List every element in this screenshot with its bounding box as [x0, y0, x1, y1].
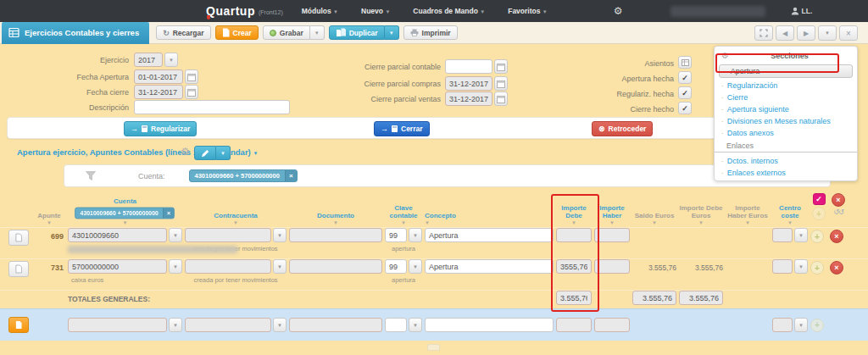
apertura-hecha-checkbox[interactable]: ✓	[678, 71, 692, 84]
user-menu[interactable]: LL.	[791, 7, 813, 15]
clave-contable-input[interactable]	[385, 259, 407, 274]
retroceder-button[interactable]: ⊗Retroceder	[592, 121, 653, 136]
contracuenta-input[interactable]	[185, 228, 271, 242]
new-row-document-button[interactable]	[8, 317, 29, 333]
clave-dropdown-button[interactable]: ▼	[409, 228, 422, 242]
remove-filter-icon[interactable]: ×	[285, 169, 297, 182]
section-item-apertura-siguiente[interactable]: ·Apertura siguiente	[715, 103, 857, 115]
contracuenta-dropdown-button[interactable]: ▼	[273, 228, 287, 242]
imprimir-button[interactable]: Imprimir	[403, 25, 458, 40]
column-header-saldo-euros[interactable]: Saldo Euros▼	[632, 193, 676, 225]
edit-pencil-button[interactable]	[194, 146, 216, 160]
column-header-importe-debe-euros[interactable]: Importe Debe Euros▼	[679, 193, 723, 225]
new-contracuenta-dropdown-button[interactable]: ▼	[273, 318, 287, 332]
sort-caret-icon[interactable]: ▼	[571, 221, 576, 225]
cierre-parcial-contable-calendar-button[interactable]	[494, 59, 508, 74]
importe-debe-input[interactable]	[556, 259, 592, 274]
new-cuenta-dropdown-button[interactable]: ▼	[169, 318, 182, 332]
cuenta-dropdown-button[interactable]: ▼	[169, 259, 182, 274]
new-concepto-input[interactable]	[425, 318, 554, 332]
section-item-dctos-internos[interactable]: ·Dctos. internos	[715, 155, 857, 167]
sections-gear-icon[interactable]: ⚙	[721, 51, 729, 60]
concepto-input[interactable]	[425, 228, 554, 242]
section-item-cierre[interactable]: ·Cierre	[715, 92, 857, 103]
cuenta-dropdown-button[interactable]: ▼	[169, 228, 182, 242]
menu-cuadros-de-mando[interactable]: Cuadros de Mando ▼	[413, 7, 485, 15]
add-row-button[interactable]: +	[810, 319, 824, 332]
remove-filter-icon[interactable]: ×	[164, 208, 175, 219]
grabar-dropdown-button[interactable]: ▼	[310, 25, 325, 40]
menu-modulos[interactable]: Módulos ▼	[302, 7, 338, 15]
sort-caret-icon[interactable]: ▼	[47, 221, 52, 225]
fecha-apertura-calendar-button[interactable]	[185, 69, 198, 84]
concepto-input[interactable]	[425, 259, 554, 274]
previous-record-button[interactable]: ◀	[776, 25, 794, 41]
importe-haber-input[interactable]	[594, 259, 630, 274]
grabar-button[interactable]: Grabar	[263, 25, 310, 40]
regulariz-hecha-checkbox[interactable]: ✓	[678, 86, 692, 99]
module-tab[interactable]: Ejercicios Contables y cierres	[2, 22, 149, 44]
cuenta-input[interactable]	[68, 228, 167, 242]
column-header-importe-haber[interactable]: Importe Haber▼	[594, 193, 630, 225]
descripcion-input[interactable]	[134, 100, 290, 114]
delete-row-button[interactable]: ×	[830, 261, 843, 275]
fecha-cierre-input[interactable]	[134, 85, 183, 99]
clave-contable-input[interactable]	[385, 228, 407, 242]
cierre-parcial-contable-input[interactable]	[445, 59, 492, 74]
column-header-concepto[interactable]: Concepto▼	[425, 193, 554, 225]
recargar-button[interactable]: ↻Recargar	[156, 25, 210, 40]
ejercicio-input[interactable]	[134, 53, 163, 67]
centro-coste-input[interactable]	[772, 259, 793, 274]
cierre-parcial-ventas-input[interactable]	[445, 92, 492, 106]
filter-funnel-icon[interactable]	[86, 171, 96, 180]
resize-handle[interactable]	[427, 344, 440, 351]
asientos-button[interactable]	[678, 56, 692, 69]
sort-caret-icon[interactable]: ▼	[123, 221, 128, 225]
row-document-button[interactable]	[8, 261, 29, 277]
cierre-parcial-compras-input[interactable]	[445, 76, 492, 91]
column-header-importe-haber-euros[interactable]: Importe Haber Euros▼	[726, 193, 770, 225]
sort-caret-icon[interactable]: ▼	[698, 221, 704, 225]
section-item-apertura[interactable]: ·Apertura	[719, 64, 853, 78]
add-row-button[interactable]: +	[812, 207, 826, 220]
new-centro-coste-input[interactable]	[772, 318, 793, 332]
sort-caret-icon[interactable]: ▼	[787, 221, 793, 225]
apuntes-settings-gear-icon[interactable]: ⚙	[181, 146, 190, 158]
contracuenta-dropdown-button[interactable]: ▼	[273, 259, 287, 274]
section-item-divisiones-meses[interactable]: ·Divisiones en Meses naturales	[715, 115, 857, 127]
fullscreen-button[interactable]	[754, 25, 773, 41]
row-document-button[interactable]	[8, 230, 29, 246]
column-header-documento[interactable]: Documento▼	[289, 193, 382, 225]
delete-row-button[interactable]: ×	[830, 230, 843, 243]
window-menu-button[interactable]: ▼	[818, 25, 837, 41]
menu-nuevo[interactable]: Nuevo ▼	[361, 7, 390, 15]
delete-all-button[interactable]: ×	[832, 193, 845, 207]
contracuenta-input[interactable]	[185, 259, 271, 274]
select-all-checkbox[interactable]: ✓	[813, 193, 826, 205]
cierre-parcial-ventas-calendar-button[interactable]	[494, 92, 508, 106]
column-header-cuenta[interactable]: Cuenta43010009660 + 57000000000×▼	[68, 193, 182, 225]
centro-coste-dropdown-button[interactable]: ▼	[794, 228, 808, 242]
ejercicio-dropdown-button[interactable]: ▼	[164, 53, 178, 67]
importe-debe-input[interactable]	[556, 228, 592, 242]
column-header-centro-coste[interactable]: Centro coste▼	[772, 193, 808, 225]
sort-caret-icon[interactable]: ▼	[609, 221, 615, 225]
clave-dropdown-button[interactable]: ▼	[409, 259, 422, 274]
menu-favoritos[interactable]: Favoritos ▼	[508, 7, 548, 15]
duplicar-dropdown-button[interactable]: ▼	[385, 25, 399, 40]
new-importe-haber-input[interactable]	[594, 318, 630, 332]
close-button[interactable]: ×	[839, 25, 858, 41]
sort-caret-icon[interactable]: ▼	[425, 221, 430, 225]
crear-button[interactable]: Crear	[215, 25, 259, 40]
section-item-regularizacion[interactable]: ·Regularización	[715, 80, 857, 92]
new-cuenta-input[interactable]	[68, 318, 167, 332]
centro-coste-input[interactable]	[772, 228, 793, 242]
centro-coste-dropdown-button[interactable]: ▼	[794, 259, 808, 274]
regularizar-button[interactable]: →Regularizar	[124, 121, 197, 136]
importe-haber-input[interactable]	[594, 228, 630, 242]
undo-icons[interactable]: ↺↺	[833, 208, 843, 216]
new-importe-debe-input[interactable]	[556, 318, 592, 332]
column-header-apunte[interactable]: Apunte▼	[33, 193, 65, 225]
column-header-clave-contable[interactable]: Clave contable▼	[385, 193, 422, 225]
add-row-button[interactable]: +	[810, 230, 824, 243]
